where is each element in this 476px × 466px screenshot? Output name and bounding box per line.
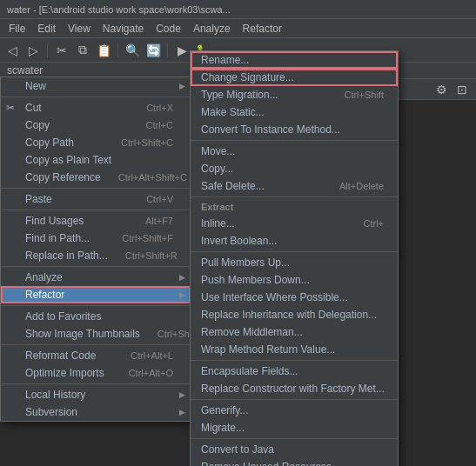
ctx-encapsulate[interactable]: Encapsulate Fields... [191, 363, 398, 380]
ctx-safe-delete-shortcut: Alt+Delete [339, 181, 384, 191]
menu-file[interactable]: File [3, 21, 30, 37]
ctx-push-down[interactable]: Push Members Down... [191, 271, 398, 289]
ctx-replace-constructor[interactable]: Replace Constructor with Factory Met... [191, 380, 398, 397]
ctx-remove-unused[interactable]: Remove Unused Resources... [191, 458, 398, 466]
toolbar-separator-1 [47, 43, 48, 57]
copy-button[interactable]: ⧉ [74, 42, 91, 59]
ctx-wrap-method[interactable]: Wrap Method Return Value... [191, 341, 398, 358]
ctx-right-divider-1 [191, 140, 398, 141]
ctx-find-path[interactable]: Find in Path... Ctrl+Shift+F [1, 230, 191, 247]
ctx-find-usages[interactable]: Find Usages Alt+F7 [1, 212, 191, 230]
ctx-right-divider-2 [191, 196, 398, 197]
expand-icon[interactable]: ⊡ [453, 81, 471, 98]
ctx-subversion-label: Subversion [25, 406, 77, 418]
ctx-remove-middleman[interactable]: Remove Middleman... [191, 323, 398, 341]
ctx-remove-middleman-label: Remove Middleman... [201, 326, 303, 338]
menu-bar: File Edit View Navigate Code Analyze Ref… [0, 19, 476, 38]
ctx-wrap-method-label: Wrap Method Return Value... [201, 343, 335, 356]
ctx-rename[interactable]: Rename... [191, 51, 398, 69]
panel-text: scwater [7, 64, 43, 77]
ctx-change-signature[interactable]: Change Signature... [191, 69, 398, 86]
ctx-refactor[interactable]: Refactor [1, 286, 191, 303]
ctx-inline[interactable]: Inline... Ctrl+ [191, 215, 398, 232]
ctx-local-history[interactable]: Local History [1, 386, 191, 403]
ctx-copy[interactable]: Copy Ctrl+C [1, 116, 191, 134]
menu-analyze[interactable]: Analyze [188, 21, 236, 37]
ctx-new[interactable]: New [1, 77, 191, 95]
ctx-reformat-label: Reformat Code [25, 350, 96, 362]
ctx-remove-unused-label: Remove Unused Resources... [201, 461, 340, 466]
ctx-analyze-label: Analyze [25, 271, 63, 283]
ctx-safe-delete-label: Safe Delete... [201, 180, 265, 192]
menu-view[interactable]: View [63, 21, 96, 37]
ctx-divider-7 [1, 383, 191, 384]
ctx-find-path-shortcut: Ctrl+Shift+F [122, 233, 173, 243]
ctx-find-path-label: Find in Path... [25, 232, 90, 244]
ctx-show-thumbnails-label: Show Image Thumbnails [25, 328, 140, 340]
context-menu-left: New ✂ Cut Ctrl+X Copy Ctrl+C Copy Path C… [0, 77, 191, 422]
ctx-invert-boolean[interactable]: Invert Boolean... [191, 232, 398, 250]
ctx-copy-path[interactable]: Copy Path Ctrl+Shift+C [1, 134, 191, 151]
ctx-type-migration[interactable]: Type Migration... Ctrl+Shift [191, 86, 398, 103]
settings-icon[interactable]: ⚙ [432, 81, 450, 98]
ctx-copy-r[interactable]: Copy... [191, 160, 398, 177]
ctx-convert-instance[interactable]: Convert To Instance Method... [191, 121, 398, 138]
ctx-cut-shortcut: Ctrl+X [146, 103, 173, 113]
ctx-move[interactable]: Move... [191, 143, 398, 160]
ctx-pull-up[interactable]: Pull Members Up... [191, 254, 398, 271]
menu-edit[interactable]: Edit [32, 21, 61, 37]
cut-button[interactable]: ✂ [53, 42, 70, 59]
ctx-show-thumbnails[interactable]: Show Image Thumbnails Ctrl+Shift+T [1, 325, 191, 343]
ctx-add-favorites[interactable]: Add to Favorites [1, 308, 191, 325]
ctx-extract-section: Extract [191, 199, 398, 215]
menu-navigate[interactable]: Navigate [97, 21, 149, 37]
replace-button[interactable]: 🔄 [144, 42, 162, 59]
ctx-generify[interactable]: Generify... [191, 402, 398, 419]
find-button[interactable]: 🔍 [124, 42, 141, 59]
back-button[interactable]: ◁ [3, 42, 21, 59]
ctx-optimize-shortcut: Ctrl+Alt+O [129, 368, 173, 378]
ctx-paste-label: Paste [25, 193, 52, 205]
ctx-find-usages-label: Find Usages [25, 215, 84, 227]
ctx-right-divider-5 [191, 399, 398, 400]
ctx-right-divider-6 [191, 438, 398, 439]
ctx-push-down-label: Push Members Down... [201, 274, 310, 286]
ctx-inline-label: Inline... [201, 217, 235, 230]
ctx-divider-3 [1, 210, 191, 210]
ctx-replace-inheritance-label: Replace Inheritance with Delegation... [201, 309, 377, 321]
ctx-copy-reference[interactable]: Copy Reference Ctrl+Alt+Shift+C [1, 169, 191, 186]
ctx-make-static-label: Make Static... [201, 106, 265, 118]
title-bar: water - [E:\android studio work space\wo… [0, 0, 476, 19]
ctx-copy-reference-shortcut: Ctrl+Alt+Shift+C [118, 172, 187, 183]
ctx-copy-label: Copy [25, 119, 50, 131]
ctx-copy-plain-label: Copy as Plain Text [25, 154, 111, 166]
menu-refactor[interactable]: Refactor [238, 21, 287, 37]
ctx-reformat[interactable]: Reformat Code Ctrl+Alt+L [1, 347, 191, 364]
ctx-copy-plain[interactable]: Copy as Plain Text [1, 151, 191, 169]
ctx-right-divider-4 [191, 360, 398, 361]
ctx-replace-inheritance[interactable]: Replace Inheritance with Delegation... [191, 306, 398, 323]
ctx-replace-constructor-label: Replace Constructor with Factory Met... [201, 383, 385, 395]
ctx-refactor-label: Refactor [25, 289, 64, 301]
ctx-add-favorites-label: Add to Favorites [25, 310, 101, 323]
ctx-migrate[interactable]: Migrate... [191, 419, 398, 436]
ctx-replace-path-label: Replace in Path... [25, 250, 108, 262]
ctx-replace-path[interactable]: Replace in Path... Ctrl+Shift+R [1, 247, 191, 264]
ctx-optimize-label: Optimize Imports [25, 367, 104, 379]
ctx-cut[interactable]: ✂ Cut Ctrl+X [1, 99, 191, 116]
ctx-optimize[interactable]: Optimize Imports Ctrl+Alt+O [1, 364, 191, 382]
ctx-make-static[interactable]: Make Static... [191, 103, 398, 121]
ctx-safe-delete[interactable]: Safe Delete... Alt+Delete [191, 177, 398, 195]
ctx-use-interface[interactable]: Use Interface Where Possible... [191, 289, 398, 306]
ctx-encapsulate-label: Encapsulate Fields... [201, 365, 298, 377]
paste-button[interactable]: 📋 [95, 42, 112, 59]
ctx-convert-java[interactable]: Convert to Java [191, 441, 398, 458]
ctx-pull-up-label: Pull Members Up... [201, 256, 290, 269]
run-button[interactable]: ▶ [173, 42, 191, 59]
menu-code[interactable]: Code [151, 21, 186, 37]
ctx-paste[interactable]: Paste Ctrl+V [1, 190, 191, 208]
cut-icon: ✂ [6, 102, 15, 114]
forward-button[interactable]: ▷ [24, 42, 42, 59]
ctx-subversion[interactable]: Subversion [1, 403, 191, 421]
ctx-analyze[interactable]: Analyze [1, 269, 191, 286]
